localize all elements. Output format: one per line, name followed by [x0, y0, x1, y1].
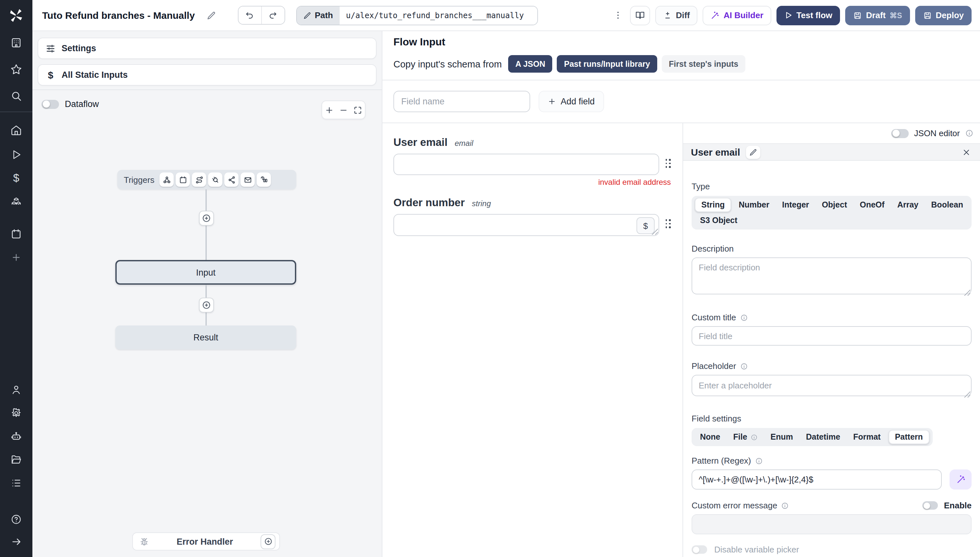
field-editor-panel: JSON editor User email Type String [683, 123, 980, 557]
deploy-button[interactable]: Deploy [915, 5, 972, 25]
insert-step-after-input-button[interactable] [199, 298, 214, 313]
magic-wand-icon [711, 11, 720, 20]
runs-play-icon[interactable] [7, 145, 25, 163]
all-static-inputs-card[interactable]: $ All Static Inputs [37, 64, 377, 86]
order-number-value-input[interactable] [393, 214, 659, 236]
error-handler-node[interactable]: Error Handler [132, 533, 280, 550]
info-icon [755, 457, 763, 464]
placeholder-textarea[interactable] [692, 375, 972, 396]
settings-gear-icon[interactable] [7, 404, 25, 422]
more-menu-icon[interactable] [611, 6, 624, 24]
ai-pattern-wand-button[interactable] [949, 469, 972, 490]
favorites-star-icon[interactable] [7, 60, 25, 78]
tab-none[interactable]: None [695, 430, 726, 444]
tab-file[interactable]: File [728, 430, 763, 444]
help-icon[interactable] [7, 510, 25, 528]
type-option-array[interactable]: Array [892, 198, 924, 212]
draft-shortcut: ⌘S [890, 11, 902, 20]
dataflow-toggle[interactable] [41, 99, 59, 109]
redo-button[interactable] [261, 7, 284, 24]
field-settings-tabs: None File Enum Datetime Format Pattern [692, 428, 933, 446]
add-error-handler-button[interactable] [260, 534, 275, 549]
home-icon[interactable] [7, 121, 25, 139]
copy-schema-past-runs-button[interactable]: Past runs/Input library [557, 55, 657, 73]
pattern-regex-input[interactable] [692, 469, 942, 490]
input-node[interactable]: Input [115, 260, 296, 285]
triggers-node[interactable]: Triggers [117, 170, 296, 189]
diff-button[interactable]: Diff [655, 5, 697, 25]
custom-title-input[interactable] [692, 326, 972, 345]
zoom-out-button[interactable] [336, 101, 351, 119]
tab-format[interactable]: Format [848, 430, 886, 444]
search-icon[interactable] [7, 87, 25, 105]
insert-variable-dollar-button[interactable]: $ [637, 217, 655, 234]
type-option-boolean[interactable]: Boolean [926, 198, 968, 212]
insert-step-before-input-button[interactable] [199, 211, 214, 226]
variables-dollar-icon[interactable]: $ [7, 169, 25, 187]
field-name: Order number [393, 197, 465, 209]
collapse-arrow-icon[interactable] [7, 533, 25, 550]
flow-canvas[interactable]: Dataflow Triggers [33, 90, 382, 557]
email-trigger-icon[interactable] [241, 173, 255, 187]
edit-title-pencil-icon[interactable] [206, 11, 216, 20]
webhook-trigger-icon[interactable] [159, 173, 174, 187]
kafka-trigger-icon[interactable] [224, 173, 239, 187]
type-option-string[interactable]: String [695, 198, 731, 212]
resources-cubes-icon[interactable] [7, 193, 25, 212]
info-icon [751, 433, 758, 441]
windmill-logo-icon[interactable] [8, 8, 24, 23]
custom-error-row: Custom error message Enable [692, 501, 972, 510]
user-email-value-input[interactable] [393, 154, 659, 175]
json-editor-toggle[interactable] [891, 129, 909, 138]
add-field-button[interactable]: Add field [539, 91, 604, 112]
type-option-integer[interactable]: Integer [777, 198, 814, 212]
http-route-trigger-icon[interactable] [192, 173, 206, 187]
custom-error-enable-toggle[interactable] [923, 501, 938, 510]
description-textarea[interactable] [692, 257, 972, 295]
workspace-icon[interactable] [7, 34, 25, 52]
schedule-trigger-icon[interactable] [176, 173, 190, 187]
copy-schema-json-button[interactable]: A JSON [508, 55, 552, 73]
path-field: Path u/alex/tuto_refund_branches___manua… [296, 5, 538, 25]
result-node[interactable]: Result [115, 326, 296, 350]
tab-datetime[interactable]: Datetime [801, 430, 845, 444]
disable-variable-picker-toggle[interactable] [692, 545, 707, 554]
tab-pattern[interactable]: Pattern [888, 430, 929, 444]
type-option-number[interactable]: Number [734, 198, 775, 212]
add-plus-icon[interactable] [7, 248, 25, 267]
type-option-s3-object[interactable]: S3 Object [695, 213, 751, 228]
path-value[interactable]: u/alex/tuto_refund_branches___manually [340, 6, 537, 24]
zoom-in-button[interactable] [322, 101, 336, 119]
workers-robot-icon[interactable] [7, 427, 25, 445]
websocket-plug-trigger-icon[interactable] [208, 173, 222, 187]
scheduled-poll-trigger-icon[interactable] [257, 173, 271, 187]
type-option-oneof[interactable]: OneOf [855, 198, 890, 212]
settings-card[interactable]: Settings [37, 37, 377, 59]
logs-list-icon[interactable] [7, 474, 25, 492]
type-label: Type [692, 182, 972, 191]
test-flow-button[interactable]: Test flow [777, 5, 840, 25]
add-field-row: Add field [382, 80, 980, 122]
drag-handle-icon[interactable] [665, 219, 671, 228]
draft-button[interactable]: Draft ⌘S [845, 5, 910, 25]
field-name-input[interactable] [393, 91, 530, 112]
error-handler-label: Error Handler [149, 537, 260, 546]
user-icon[interactable] [7, 381, 25, 399]
close-editor-icon[interactable] [960, 146, 972, 158]
app-sidebar: $ [0, 0, 33, 557]
drag-handle-icon[interactable] [665, 159, 671, 168]
rename-field-pencil-button[interactable] [746, 146, 760, 158]
ai-builder-button[interactable]: AI Builder [703, 5, 771, 25]
tab-enum[interactable]: Enum [765, 430, 798, 444]
custom-error-textarea[interactable] [692, 514, 972, 534]
type-option-object[interactable]: Object [817, 198, 852, 212]
folders-icon[interactable] [7, 451, 25, 469]
flow-editor-app: $ Tuto Ref [0, 0, 980, 557]
save-icon [853, 11, 862, 20]
copy-schema-first-step-button[interactable]: First step's inputs [662, 55, 745, 73]
path-label-segment[interactable]: Path [297, 6, 339, 24]
fit-view-button[interactable] [351, 101, 365, 119]
docs-book-button[interactable] [630, 5, 650, 25]
undo-button[interactable] [238, 7, 261, 24]
schedules-calendar-icon[interactable] [7, 225, 25, 243]
